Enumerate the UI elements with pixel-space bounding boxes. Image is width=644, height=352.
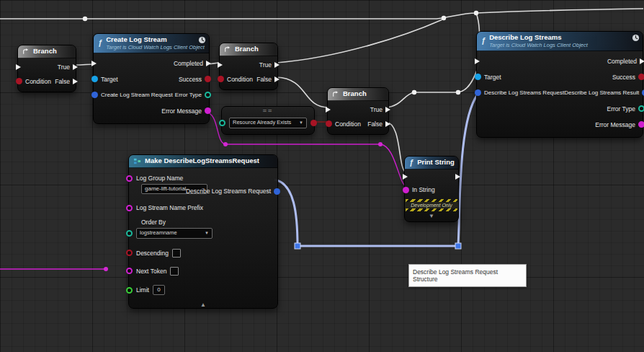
node-title: Branch xyxy=(235,45,259,53)
exec-out-pin[interactable] xyxy=(455,174,460,180)
descending-pin[interactable] xyxy=(126,250,133,256)
blueprint-graph-canvas[interactable]: Branch True Condition False ƒ Create Log… xyxy=(0,0,644,352)
exec-out-false-pin[interactable] xyxy=(385,121,390,127)
node-subtitle: Target is Cloud Watch Logs Client Object xyxy=(489,42,588,48)
exec-in-pin[interactable] xyxy=(218,62,223,68)
exec-out-true-pin[interactable] xyxy=(385,107,390,113)
enum-selected-value: Resource Already Exists xyxy=(233,119,291,127)
collapse-arrow-icon[interactable]: ▲ xyxy=(133,302,274,308)
branch-header[interactable]: Branch xyxy=(328,88,388,101)
pin-row: True xyxy=(20,60,73,74)
pin-label-condition: Condition xyxy=(335,120,361,128)
pin-row: Describe Log Streams Request xyxy=(186,188,280,195)
descending-checkbox[interactable] xyxy=(172,249,181,258)
exec-out-true-pin[interactable] xyxy=(274,62,279,68)
make-struct-icon xyxy=(133,157,141,165)
describe-log-streams-node[interactable]: ƒ Describe Log Streams Target is Cloud W… xyxy=(476,31,643,138)
pin-label-request: Create Log Stream Request xyxy=(101,92,173,98)
pin-label-true: True xyxy=(259,61,272,69)
pin-label-condition: Condition xyxy=(25,78,51,85)
reroute-node-struct[interactable] xyxy=(295,243,300,249)
node-title: Branch xyxy=(343,90,367,98)
node-header[interactable]: Make DescribeLogStreamsRequest xyxy=(129,155,277,168)
reroute-node[interactable] xyxy=(83,17,87,21)
pin-label-descending: Descending xyxy=(136,250,169,257)
exec-in-pin[interactable] xyxy=(16,64,21,70)
make-describe-request-node[interactable]: Make DescribeLogStreamsRequest Log Group… xyxy=(128,154,278,309)
exec-in-pin[interactable] xyxy=(91,61,97,66)
pin-row: Descending xyxy=(133,249,274,258)
equals-node[interactable]: == Resource Already Exists▼ xyxy=(221,106,315,135)
reroute-node-string[interactable] xyxy=(104,267,108,271)
condition-pin[interactable] xyxy=(16,78,22,84)
reroute-node-struct[interactable] xyxy=(455,243,461,249)
success-pin[interactable] xyxy=(638,74,644,80)
pin-row: Target Success xyxy=(479,69,640,85)
node-header[interactable]: ƒ Describe Log Streams Target is Cloud W… xyxy=(477,32,643,51)
log-group-name-pin[interactable] xyxy=(126,175,133,182)
pin-row xyxy=(407,171,456,182)
order-by-pin[interactable] xyxy=(126,230,133,237)
expand-arrow-icon[interactable]: ▼ xyxy=(405,214,458,219)
node-title: Create Log Stream xyxy=(106,36,205,44)
exec-in-pin[interactable] xyxy=(326,107,331,113)
exec-out-true-pin[interactable] xyxy=(73,64,78,70)
next-token-field[interactable] xyxy=(170,267,179,276)
pin-row: Error Message xyxy=(479,117,640,133)
enum-in-pin[interactable] xyxy=(219,120,225,126)
exec-in-pin[interactable] xyxy=(475,58,480,64)
reroute-node-string[interactable] xyxy=(223,142,228,146)
reroute-node[interactable] xyxy=(474,11,478,15)
reroute-node[interactable] xyxy=(456,90,460,94)
create-log-stream-node[interactable]: ƒ Create Log Stream Target is Cloud Watc… xyxy=(93,33,210,124)
pin-label-in-string: In String xyxy=(412,186,435,193)
exec-out-completed-pin[interactable] xyxy=(640,58,644,64)
branch-node-1[interactable]: Branch True Condition False xyxy=(17,45,76,92)
success-pin[interactable] xyxy=(205,76,211,82)
limit-pin[interactable] xyxy=(126,287,133,294)
describe-request-out-pin[interactable] xyxy=(274,188,280,195)
branch-node-2[interactable]: Branch True Condition False xyxy=(219,43,278,90)
branch-node-3[interactable]: Branch True Condition False xyxy=(327,87,389,135)
pin-label-completed: Completed xyxy=(607,58,637,65)
exec-out-completed-pin[interactable] xyxy=(206,61,211,66)
branch-icon xyxy=(332,90,339,97)
limit-input[interactable]: 0 xyxy=(153,285,165,295)
dev-only-stripe xyxy=(406,208,457,211)
reroute-node[interactable] xyxy=(442,16,446,20)
bool-out-pin[interactable] xyxy=(310,120,317,126)
node-header[interactable]: ƒ Create Log Stream Target is Cloud Watc… xyxy=(94,34,209,53)
pin-label-true: True xyxy=(58,63,70,71)
node-title: Make DescribeLogStreamsRequest xyxy=(145,157,259,165)
pin-row: logstreamname▼ xyxy=(133,228,274,239)
request-pin[interactable] xyxy=(91,92,98,98)
error-type-pin[interactable] xyxy=(638,105,644,112)
exec-in-pin[interactable] xyxy=(403,174,408,180)
condition-pin[interactable] xyxy=(218,76,224,82)
pin-label-false: False xyxy=(367,120,383,128)
target-pin[interactable] xyxy=(475,74,481,80)
condition-pin[interactable] xyxy=(326,120,332,127)
branch-header[interactable]: Branch xyxy=(220,43,277,56)
reroute-node-string[interactable] xyxy=(378,142,383,146)
node-header[interactable]: ƒ Print String xyxy=(405,157,458,170)
request-pin[interactable] xyxy=(475,89,481,96)
pin-label-target: Target xyxy=(484,74,501,81)
order-by-dropdown[interactable]: logstreamname▼ xyxy=(136,228,213,239)
exec-out-false-pin[interactable] xyxy=(73,79,78,84)
print-string-node[interactable]: ƒ Print String In String Development Onl… xyxy=(404,156,459,222)
target-pin[interactable] xyxy=(91,76,98,82)
error-message-pin[interactable] xyxy=(638,121,644,128)
exec-out-false-pin[interactable] xyxy=(274,76,279,82)
in-string-pin[interactable] xyxy=(403,187,409,193)
pin-label-output-request: Describe Log Streams Request xyxy=(186,188,271,195)
enum-value-dropdown[interactable]: Resource Already Exists▼ xyxy=(229,118,307,128)
reroute-node[interactable] xyxy=(412,90,416,94)
next-token-pin[interactable] xyxy=(126,268,133,274)
branch-header[interactable]: Branch xyxy=(18,45,76,58)
function-icon: ƒ xyxy=(98,39,102,47)
log-stream-name-prefix-pin[interactable] xyxy=(126,205,133,211)
error-message-pin[interactable] xyxy=(205,107,211,114)
error-type-pin[interactable] xyxy=(205,92,211,98)
pin-row: Completed xyxy=(96,56,207,71)
